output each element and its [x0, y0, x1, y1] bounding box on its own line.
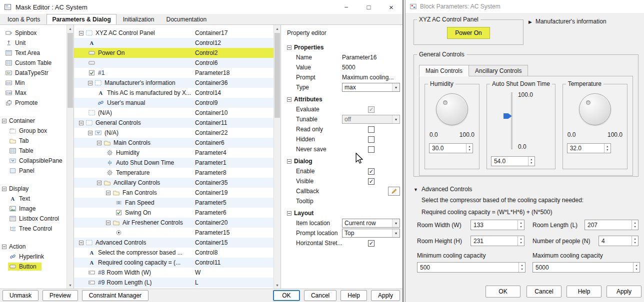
- collapse-icon[interactable]: [287, 45, 292, 50]
- palette-item-panel[interactable]: Panel: [0, 166, 74, 176]
- tree-row[interactable]: User's manualControl9: [74, 98, 280, 108]
- tree-row[interactable]: XYZ AC Control PanelContainer17: [74, 28, 280, 38]
- tree-row[interactable]: (N/A)Container10: [74, 108, 280, 118]
- palette-item-max[interactable]: Max: [0, 88, 74, 98]
- tab-ancillary-controls[interactable]: Ancillary Controls: [469, 65, 528, 76]
- collapse-icon[interactable]: [287, 211, 292, 216]
- tree-row[interactable]: (N/A)Container22: [74, 128, 280, 138]
- palette-item-min[interactable]: Min: [0, 78, 74, 88]
- type-dropdown[interactable]: max: [342, 83, 400, 92]
- tree-row[interactable]: Air Freshener ControlsContainer20: [74, 218, 280, 228]
- spinner-arrows-icon[interactable]: [604, 144, 610, 153]
- collapse-icon[interactable]: [79, 241, 84, 245]
- palette-item-button[interactable]: Button: [0, 262, 74, 272]
- collapse-icon[interactable]: [2, 187, 6, 191]
- palette-section-container[interactable]: Container: [0, 116, 74, 126]
- collapse-icon[interactable]: [287, 159, 292, 164]
- power-on-button[interactable]: Power On: [447, 27, 490, 39]
- tooltip-field[interactable]: [342, 197, 400, 206]
- tree-row[interactable]: TemperatureParameter8: [74, 168, 280, 178]
- evaluate-checkbox[interactable]: [368, 106, 374, 113]
- readonly-checkbox[interactable]: [368, 126, 374, 133]
- people-input[interactable]: 4: [598, 236, 638, 246]
- tree-row[interactable]: Auto Shut Down TimeParameter1: [74, 158, 280, 168]
- collapse-icon[interactable]: [88, 131, 92, 135]
- unmask-button[interactable]: Unmask: [2, 290, 38, 301]
- close-button[interactable]: [380, 0, 402, 14]
- collapse-icon[interactable]: [2, 119, 6, 123]
- tree-row[interactable]: Manufacturer's informationContainer36: [74, 78, 280, 88]
- tree-row[interactable]: Ancillary ControlsContainer35: [74, 178, 280, 188]
- tab-documentation[interactable]: Documentation: [160, 14, 212, 24]
- palette-section-display[interactable]: Display: [0, 184, 74, 194]
- palette-scrollbar[interactable]: [66, 25, 74, 289]
- scroll-up-icon[interactable]: [67, 25, 74, 32]
- spinner-arrows-icon[interactable]: [518, 263, 525, 272]
- palette-item-tab[interactable]: Tab: [0, 136, 74, 146]
- collapse-icon[interactable]: [97, 181, 102, 185]
- tree-row[interactable]: This AC is manufactured by X...Control14: [74, 88, 280, 98]
- tree-row-selected[interactable]: Power OnControl2: [74, 48, 280, 58]
- manufacturer-info-section[interactable]: Manufacturer's information: [528, 18, 606, 25]
- spinner-arrows-icon[interactable]: [632, 236, 638, 246]
- neversave-checkbox[interactable]: [368, 146, 374, 153]
- minimize-button[interactable]: [335, 0, 358, 14]
- collapse-icon[interactable]: [2, 245, 6, 249]
- item-location-dropdown[interactable]: Current row: [342, 219, 400, 228]
- cancel-button[interactable]: Cancel: [526, 286, 562, 298]
- tree-row[interactable]: Select the compressor based ...Control8: [74, 248, 280, 258]
- scroll-down-icon[interactable]: [274, 282, 280, 289]
- room-length-input[interactable]: 207: [584, 220, 638, 230]
- tree-row[interactable]: Parameter15: [74, 228, 280, 238]
- min-capacity-input[interactable]: 500: [417, 262, 526, 273]
- ok-button[interactable]: OK: [486, 286, 520, 298]
- tab-icon-ports[interactable]: Icon & Ports: [2, 14, 46, 24]
- tree-scrollbar[interactable]: [274, 25, 280, 289]
- tab-main-controls[interactable]: Main Controls: [419, 65, 469, 76]
- spinner-arrows-icon[interactable]: [528, 157, 534, 166]
- palette-item-unit[interactable]: Unit: [0, 38, 74, 48]
- section-attributes[interactable]: Attributes: [281, 94, 402, 104]
- tree-row[interactable]: Control6: [74, 58, 280, 68]
- palette-item-table[interactable]: Table: [0, 146, 74, 156]
- tree-row[interactable]: Main ControlsContainer6: [74, 138, 280, 148]
- temperature-knob[interactable]: [579, 93, 611, 125]
- spinner-arrows-icon[interactable]: [466, 144, 472, 153]
- tree-row[interactable]: #8Room Width (W)W: [74, 268, 280, 278]
- tree-row[interactable]: Required cooling capacity = (...Control1…: [74, 258, 280, 268]
- section-properties[interactable]: Properties: [281, 42, 402, 52]
- collapse-icon[interactable]: [106, 191, 110, 195]
- value-value[interactable]: 5000: [342, 64, 356, 71]
- palette-item-text-area[interactable]: Text Area: [0, 48, 74, 58]
- room-width-input[interactable]: 133: [470, 220, 524, 230]
- tree-row[interactable]: Swing OnParameter6: [74, 208, 280, 218]
- spinner-arrows-icon[interactable]: [518, 236, 524, 246]
- prompt-value[interactable]: Maximum cooling...: [342, 74, 394, 81]
- scrollbar-thumb[interactable]: [68, 33, 73, 108]
- palette-item-promote[interactable]: Promote: [0, 98, 74, 108]
- palette-item-group-box[interactable]: Group box: [0, 126, 74, 136]
- collapse-icon[interactable]: [287, 97, 292, 102]
- constraint-manager-button[interactable]: Constraint Manager: [82, 290, 148, 301]
- tree-row[interactable]: HumidityParameter4: [74, 148, 280, 158]
- collapse-icon[interactable]: [97, 141, 102, 145]
- enable-checkbox[interactable]: [368, 168, 374, 175]
- spinner-arrows-icon[interactable]: [633, 263, 640, 272]
- palette-item-spinbox[interactable]: Spinbox: [0, 28, 74, 38]
- apply-button[interactable]: Apply: [606, 286, 642, 298]
- advanced-controls-section[interactable]: Advanced Controls: [414, 186, 472, 193]
- palette-item-image[interactable]: Image: [0, 204, 74, 214]
- max-capacity-input[interactable]: 5000: [532, 262, 640, 273]
- palette-item-custom-table[interactable]: Custom Table: [0, 58, 74, 68]
- palette-item-tree-control[interactable]: Tree Control: [0, 224, 74, 234]
- slider-track[interactable]: [511, 92, 512, 149]
- prompt-location-dropdown[interactable]: Top: [342, 229, 400, 238]
- auto-shutdown-slider[interactable]: 100.0 0.0: [487, 91, 555, 150]
- section-dialog[interactable]: Dialog: [281, 156, 402, 166]
- palette-item-text[interactable]: Text: [0, 194, 74, 204]
- cancel-button[interactable]: Cancel: [304, 290, 336, 301]
- temperature-spinner[interactable]: 32.0: [567, 143, 611, 153]
- palette-item-datatypestr[interactable]: DataTypeStr: [0, 68, 74, 78]
- collapse-icon[interactable]: [106, 221, 110, 225]
- spinner-arrows-icon[interactable]: [632, 220, 638, 230]
